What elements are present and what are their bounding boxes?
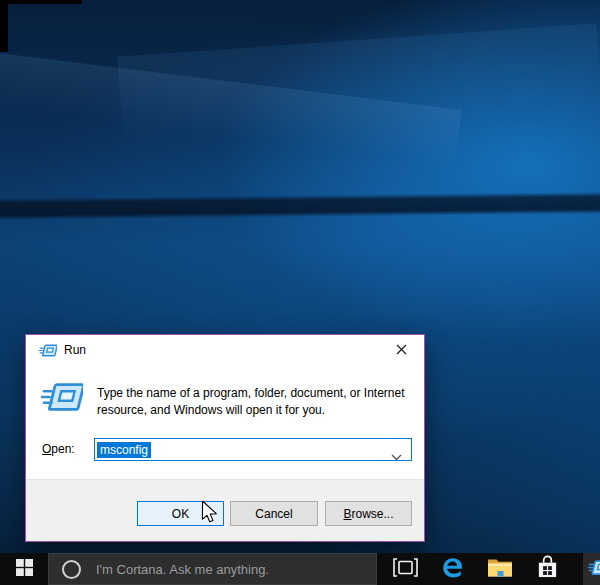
dialog-message-line1: Type the name of a program, folder, docu… [97, 385, 417, 402]
close-button[interactable] [379, 335, 424, 365]
run-icon-large [41, 379, 83, 415]
open-label: Open: [42, 442, 75, 456]
store-button[interactable] [527, 553, 567, 585]
run-dialog: Run Type the name of a program, fold [25, 334, 425, 542]
dialog-message-line2: resource, and Windows will open it for y… [97, 402, 417, 419]
start-icon [16, 559, 33, 580]
close-icon [396, 341, 407, 359]
file-explorer-button[interactable] [480, 553, 520, 585]
taskbar: I'm Cortana. Ask me anything. [0, 553, 600, 585]
run-dialog-titlebar[interactable]: Run [26, 335, 424, 365]
chevron-down-icon[interactable] [391, 447, 402, 465]
open-combobox-value-selected[interactable]: msconfig [97, 442, 151, 458]
run-icon [39, 343, 57, 358]
start-button[interactable] [0, 553, 48, 585]
dialog-message: Type the name of a program, folder, docu… [97, 385, 417, 418]
store-icon [536, 555, 559, 583]
dialog-button-strip: OK Cancel Browse... [26, 479, 424, 541]
edge-icon [440, 555, 465, 584]
cortana-search-box[interactable]: I'm Cortana. Ask me anything. [48, 553, 377, 585]
wallpaper-dark-band [0, 192, 600, 220]
task-view-icon [393, 558, 418, 581]
screen-corner-black-strip [0, 0, 8, 52]
cancel-button[interactable]: Cancel [230, 501, 318, 526]
screen-corner-black-strip [0, 0, 82, 4]
wallpaper-light-beam [117, 23, 600, 146]
ok-button[interactable]: OK [137, 501, 224, 526]
browse-button[interactable]: Browse... [325, 501, 412, 526]
open-combobox[interactable]: msconfig [94, 438, 412, 461]
cortana-ring-icon [62, 560, 81, 579]
search-placeholder: I'm Cortana. Ask me anything. [96, 562, 269, 577]
edge-browser-button[interactable] [432, 553, 472, 585]
run-app-icon [583, 558, 600, 581]
dialog-title: Run [64, 335, 86, 365]
task-view-button[interactable] [385, 553, 425, 585]
file-explorer-icon [487, 557, 513, 582]
run-app-taskbar-button[interactable] [583, 553, 600, 585]
